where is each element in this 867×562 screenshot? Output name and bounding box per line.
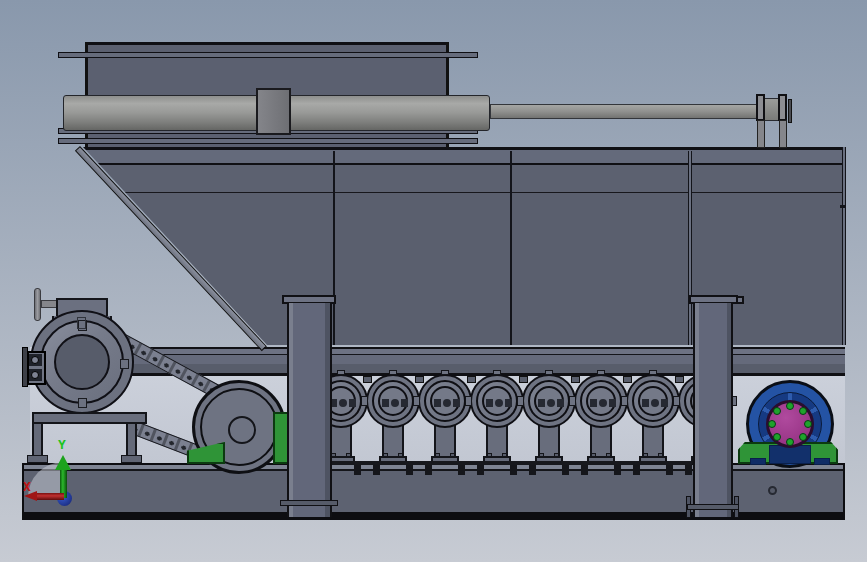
clevis-support-post: [779, 120, 787, 148]
roller-wheel[interactable]: [418, 374, 472, 428]
hub-bolt: [799, 433, 807, 441]
roller-foot-bolt: [606, 453, 611, 457]
support-column-right[interactable]: [693, 303, 733, 517]
roller-center: [339, 399, 347, 407]
roller-bolt: [505, 399, 512, 407]
roller-bolt: [349, 399, 356, 407]
hopper-seam-line: [510, 151, 512, 345]
roller-center: [391, 399, 399, 407]
column-cap-step: [736, 296, 744, 304]
wheel-hub[interactable]: [766, 400, 814, 448]
roller-center: [599, 399, 607, 407]
motor-lift-lug: [77, 317, 86, 329]
motor-tick-right: [120, 359, 129, 369]
roller-bolt: [590, 399, 597, 407]
hub-bolt: [786, 402, 794, 410]
roller-foot-bolt: [658, 453, 663, 457]
roller-bolt: [642, 399, 649, 407]
roller-wheel[interactable]: [626, 374, 680, 428]
roller-bolt: [434, 399, 441, 407]
roller-side-tab: [361, 396, 368, 406]
base-frame-hole: [768, 486, 777, 495]
rail-stud-bolt: [510, 465, 517, 475]
roller-assembly[interactable]: [522, 374, 576, 466]
roller-bolt: [401, 399, 408, 407]
clevis-support-post: [757, 120, 765, 148]
y-axis-arrowhead: [55, 455, 71, 470]
roller-bolt: [609, 399, 616, 407]
roller-foot-bolt: [502, 453, 507, 457]
roller-center: [651, 399, 659, 407]
rail-stud-bolt: [477, 465, 484, 475]
support-column-left[interactable]: [287, 303, 332, 517]
roller-top-nub: [337, 370, 345, 375]
roller-wheel[interactable]: [522, 374, 576, 428]
motor-stand-bar: [32, 412, 147, 424]
wheel-shoe: [750, 458, 766, 465]
roller-foot-bolt: [383, 453, 388, 457]
roller-bolt: [661, 399, 668, 407]
roller-top-nub: [389, 370, 397, 375]
motor-stand-leg: [32, 424, 43, 457]
roller-center: [547, 399, 555, 407]
roller-foot-bolt: [450, 453, 455, 457]
hub-bolt: [773, 407, 781, 415]
rail-stud-bolt: [354, 465, 361, 475]
roller-foot-bolt: [643, 453, 648, 457]
roller-wheel[interactable]: [366, 374, 420, 428]
rod-clevis-plate: [778, 94, 787, 121]
roller-foot-bolt: [435, 453, 440, 457]
column-foot-left: [280, 500, 338, 506]
rail-stud-bolt: [373, 465, 380, 475]
roller-assembly[interactable]: [626, 374, 680, 466]
wheel-shoe: [814, 458, 830, 465]
rail-stud-bolt: [581, 465, 588, 475]
sprocket-hub: [228, 416, 256, 444]
roller-top-nub: [545, 370, 553, 375]
rail-stud-bolt: [666, 465, 673, 475]
motor-handle[interactable]: [34, 288, 41, 321]
roller-wheel[interactable]: [574, 374, 628, 428]
motor-end-cover: [54, 334, 110, 390]
roller-top-nub: [441, 370, 449, 375]
roller-foot-bolt: [554, 453, 559, 457]
motor-stand-foot: [121, 455, 142, 463]
rail-stud-bolt: [425, 465, 432, 475]
roller-bolt: [538, 399, 545, 407]
rod-clevis-end: [788, 99, 792, 123]
roller-bolt: [453, 399, 460, 407]
roller-wheel[interactable]: [470, 374, 524, 428]
roller-bolt: [382, 399, 389, 407]
roller-side-tab: [465, 396, 472, 406]
rail-stud-bolt: [685, 465, 692, 475]
cylinder-rod[interactable]: [490, 104, 767, 119]
roller-assembly[interactable]: [470, 374, 524, 466]
rod-clevis-plate: [756, 94, 765, 121]
rail-stud-bolt: [406, 465, 413, 475]
hopper-seam-line: [333, 151, 335, 345]
hopper-right-edge: [842, 147, 846, 345]
roller-assembly[interactable]: [366, 374, 420, 466]
roller-foot-bolt: [346, 453, 351, 457]
roller-assembly[interactable]: [574, 374, 628, 466]
cad-viewport: Y X: [0, 0, 867, 562]
y-axis-label: Y: [58, 438, 66, 451]
roller-side-tab: [517, 396, 524, 406]
x-axis-arrow[interactable]: [36, 493, 64, 500]
roller-foot-bolt: [539, 453, 544, 457]
rail-stud-bolt: [614, 465, 621, 475]
roller-foot-bolt: [398, 453, 403, 457]
roller-foot-bolt: [591, 453, 596, 457]
top-frame-flange: [58, 52, 478, 58]
roller-side-tab: [673, 396, 680, 406]
roller-bolt: [486, 399, 493, 407]
motor-stand-foot: [27, 455, 48, 463]
hub-bolt: [799, 407, 807, 415]
roller-center: [495, 399, 503, 407]
rail-stud-bolt: [529, 465, 536, 475]
bracket-bolt: [31, 371, 39, 379]
roller-top-nub: [493, 370, 501, 375]
roller-assembly[interactable]: [418, 374, 472, 466]
hopper-edge-notch: [840, 205, 845, 208]
roller-side-tab: [569, 396, 576, 406]
